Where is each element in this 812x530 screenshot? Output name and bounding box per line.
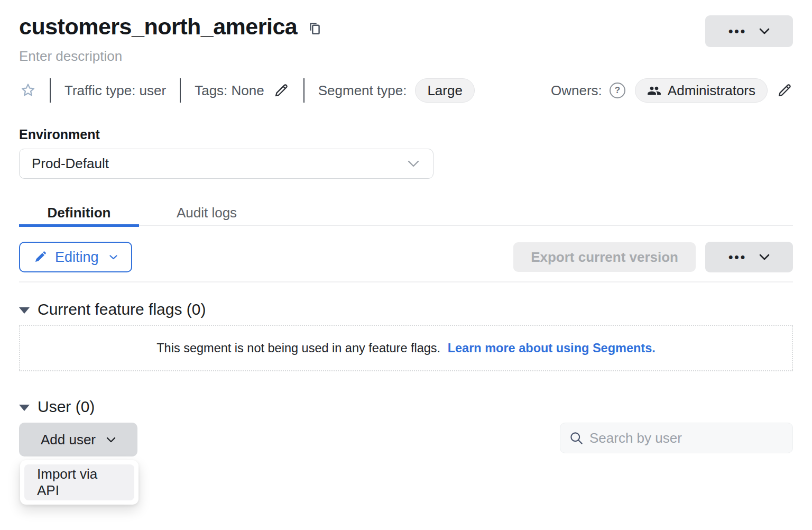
ellipsis-icon: ••• bbox=[728, 251, 746, 263]
star-icon[interactable] bbox=[20, 83, 36, 98]
user-heading: User (0) bbox=[38, 398, 95, 416]
export-version-button[interactable]: Export current version bbox=[513, 242, 696, 272]
chevron-down-icon bbox=[408, 160, 419, 167]
divider bbox=[50, 78, 51, 103]
edit-tags-icon[interactable] bbox=[273, 82, 290, 99]
feature-flags-empty-state: This segment is not being used in any fe… bbox=[19, 325, 793, 371]
empty-state-text: This segment is not being used in any fe… bbox=[156, 341, 655, 355]
add-user-dropdown-menu: Import via API bbox=[20, 460, 139, 505]
title-block: customers_north_america Enter descriptio… bbox=[19, 14, 322, 65]
segment-type-label: Segment type: bbox=[318, 83, 407, 99]
learn-more-link[interactable]: Learn more about using Segments. bbox=[448, 341, 656, 355]
owners-label: Owners: bbox=[551, 83, 602, 99]
owners-badge[interactable]: Administrators bbox=[635, 78, 768, 103]
editing-status-button[interactable]: Editing bbox=[19, 242, 132, 272]
environment-select[interactable]: Prod-Default bbox=[19, 149, 433, 179]
chevron-down-icon bbox=[109, 255, 117, 260]
chevron-down-icon bbox=[759, 254, 770, 260]
add-user-button[interactable]: Add user bbox=[19, 423, 137, 456]
meta-row: Traffic type: user Tags: None Segment ty… bbox=[19, 78, 793, 103]
page-title: customers_north_america bbox=[19, 14, 297, 40]
description-placeholder[interactable]: Enter description bbox=[19, 48, 322, 65]
traffic-type-label: Traffic type: user bbox=[64, 83, 166, 99]
definition-more-button[interactable]: ••• bbox=[705, 242, 793, 272]
actions-row: Editing Export current version ••• bbox=[19, 242, 793, 272]
user-search-box bbox=[560, 423, 793, 453]
tags-label: Tags: None bbox=[195, 83, 264, 99]
divider bbox=[303, 78, 304, 103]
owners-value: Administrators bbox=[668, 83, 755, 99]
menu-item-import-via-api[interactable]: Import via API bbox=[24, 464, 134, 500]
collapse-triangle-icon bbox=[19, 405, 30, 411]
chevron-down-icon bbox=[106, 437, 116, 443]
chevron-down-icon bbox=[759, 28, 770, 34]
search-icon bbox=[569, 431, 584, 445]
ellipsis-icon: ••• bbox=[728, 25, 746, 38]
divider bbox=[19, 281, 793, 282]
edit-owners-icon[interactable] bbox=[776, 82, 793, 99]
feature-flags-heading: Current feature flags (0) bbox=[38, 300, 206, 318]
user-controls-row: Add user Import via API bbox=[19, 423, 793, 456]
segment-type-badge: Large bbox=[415, 78, 475, 103]
user-section-header[interactable]: User (0) bbox=[19, 398, 793, 416]
help-icon[interactable]: ? bbox=[610, 83, 625, 98]
header-more-button[interactable]: ••• bbox=[705, 15, 793, 47]
editing-label: Editing bbox=[55, 249, 99, 266]
empty-state-sentence: This segment is not being used in any fe… bbox=[156, 341, 440, 355]
add-user-label: Add user bbox=[41, 432, 96, 448]
environment-selected-value: Prod-Default bbox=[32, 156, 109, 172]
owners-group: Owners: ? Administrators bbox=[551, 78, 793, 103]
search-by-user-input[interactable] bbox=[589, 430, 783, 446]
collapse-triangle-icon bbox=[19, 307, 30, 314]
segment-detail-page: customers_north_america Enter descriptio… bbox=[0, 0, 812, 456]
environment-label: Environment bbox=[19, 127, 793, 142]
segment-type-value: Large bbox=[427, 83, 463, 99]
tab-definition[interactable]: Definition bbox=[19, 200, 139, 225]
divider bbox=[180, 78, 181, 103]
tab-audit-logs[interactable]: Audit logs bbox=[139, 200, 274, 225]
tab-bar: Definition Audit logs bbox=[19, 200, 793, 226]
pencil-icon bbox=[34, 251, 47, 263]
page-header: customers_north_america Enter descriptio… bbox=[19, 14, 793, 65]
feature-flags-section-header[interactable]: Current feature flags (0) bbox=[19, 300, 793, 318]
copy-icon[interactable] bbox=[307, 20, 322, 37]
add-user-group: Add user Import via API bbox=[19, 423, 137, 456]
people-icon bbox=[647, 84, 661, 98]
